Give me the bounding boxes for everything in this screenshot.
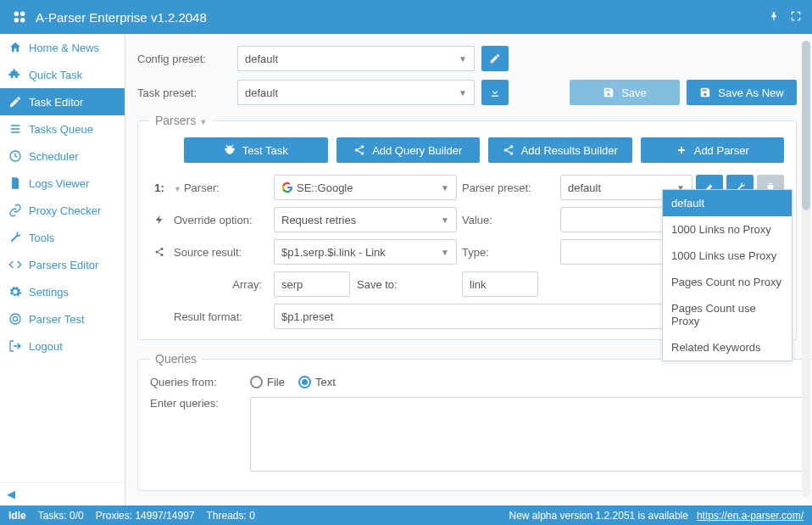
- sidebar-item-label: Logs Viewer: [29, 177, 89, 190]
- svg-point-5: [10, 314, 20, 324]
- gear-icon: [8, 285, 22, 299]
- source-result-select[interactable]: $p1.serp.$i.link - Link▼: [274, 239, 457, 265]
- svg-point-9: [361, 152, 364, 155]
- list-icon: [8, 122, 22, 136]
- caret-down-icon: ▼: [459, 54, 467, 64]
- sidebar-collapse[interactable]: ◀: [0, 482, 125, 505]
- status-url-link[interactable]: https://en.a-parser.com/: [697, 510, 804, 522]
- svg-point-11: [503, 148, 507, 152]
- content-scrollbar[interactable]: [802, 41, 810, 497]
- sidebar-item-scheduler[interactable]: Scheduler: [0, 142, 125, 170]
- lightning-icon: [150, 215, 169, 225]
- titlebar: A-Parser Enterprise v1.2.2048: [0, 0, 812, 34]
- sidebar-item-label: Logout: [29, 340, 63, 353]
- clock-icon: [8, 149, 22, 163]
- array-input[interactable]: serp: [274, 271, 350, 297]
- sidebar-item-settings[interactable]: Settings: [0, 278, 125, 305]
- dropdown-item[interactable]: Pages Count no Proxy: [663, 269, 792, 295]
- svg-point-3: [20, 18, 25, 22]
- status-alpha-message: New alpha version 1.2.2051 is available: [509, 510, 687, 522]
- status-idle: Idle: [8, 510, 26, 522]
- sidebar-item-label: Task Editor: [29, 96, 83, 109]
- queries-legend: Queries: [150, 352, 202, 366]
- content: Config preset: default▼ Task preset: def…: [125, 34, 812, 505]
- sidebar-item-label: Settings: [29, 286, 69, 299]
- test-task-button[interactable]: Test Task: [184, 137, 328, 163]
- share-icon: [150, 247, 169, 257]
- pin-icon[interactable]: [768, 10, 780, 25]
- sidebar-item-parsers-editor[interactable]: Parsers Editor: [0, 251, 125, 278]
- parsers-legend: Parsers▼: [150, 114, 212, 127]
- parser-select[interactable]: SE::Google ▼: [274, 175, 457, 200]
- queries-from-text-radio[interactable]: Text: [298, 376, 336, 388]
- sidebar-item-label: Parsers Editor: [29, 259, 98, 271]
- save-as-new-button[interactable]: Save As New: [687, 80, 797, 105]
- task-preset-label: Task preset:: [137, 87, 231, 99]
- sidebar-item-tools[interactable]: Tools: [0, 224, 125, 251]
- svg-point-8: [355, 148, 359, 152]
- parser-preset-label: Parser preset:: [462, 182, 555, 194]
- type-label: Type:: [462, 246, 555, 259]
- save-button[interactable]: Save: [570, 80, 680, 105]
- caret-down-icon: ▼: [199, 118, 207, 126]
- value-label: Value:: [462, 214, 555, 226]
- svg-point-14: [156, 251, 159, 254]
- caret-down-icon: ▼: [441, 215, 449, 225]
- caret-down-icon: ▼: [441, 183, 449, 193]
- status-threads: 0: [249, 510, 255, 522]
- result-format-label: Result format:: [174, 310, 269, 323]
- sidebar-item-parser-test[interactable]: Parser Test: [0, 305, 125, 332]
- download-preset-button[interactable]: [481, 80, 509, 105]
- svg-point-12: [509, 152, 513, 155]
- svg-point-1: [20, 12, 25, 16]
- add-query-builder-button[interactable]: Add Query Builder: [336, 137, 481, 163]
- sidebar-item-tasks-queue[interactable]: Tasks Queue: [0, 115, 125, 142]
- edit-config-preset-button[interactable]: [481, 46, 509, 71]
- svg-point-7: [361, 145, 364, 148]
- sidebar-item-proxy-checker[interactable]: Proxy Checker: [0, 197, 125, 224]
- add-parser-button[interactable]: Add Parser: [641, 137, 785, 163]
- sidebar-item-quick-task[interactable]: Quick Task: [0, 61, 125, 88]
- dropdown-item[interactable]: Related Keywords: [663, 334, 792, 360]
- code-icon: [8, 258, 22, 271]
- queries-textarea[interactable]: [250, 397, 809, 472]
- pencil-icon: [8, 95, 22, 109]
- caret-down-icon: ▼: [459, 88, 467, 98]
- svg-point-10: [509, 145, 513, 148]
- svg-point-6: [13, 316, 17, 321]
- sidebar-item-logs-viewer[interactable]: Logs Viewer: [0, 170, 125, 197]
- fullscreen-icon[interactable]: [790, 10, 802, 25]
- dropdown-item[interactable]: 1000 Links use Proxy: [663, 243, 792, 269]
- svg-point-13: [161, 248, 164, 250]
- dropdown-item[interactable]: 1000 Links no Proxy: [663, 216, 792, 243]
- config-preset-select[interactable]: default▼: [237, 46, 475, 71]
- parser-label: ▼Parser:: [174, 182, 269, 194]
- dropdown-item[interactable]: Pages Count use Proxy: [663, 295, 792, 334]
- caret-down-icon: ▼: [441, 248, 449, 257]
- queries-from-file-radio[interactable]: File: [250, 376, 285, 388]
- add-results-builder-button[interactable]: Add Results Builder: [488, 137, 632, 163]
- target-icon: [8, 312, 22, 326]
- source-result-label: Source result:: [174, 246, 269, 259]
- sidebar-item-task-editor[interactable]: Task Editor: [0, 88, 125, 115]
- override-option-select[interactable]: Request retries▼: [274, 207, 457, 232]
- sidebar-item-label: Scheduler: [29, 150, 79, 163]
- sidebar-item-home[interactable]: Home & News: [0, 34, 125, 61]
- svg-point-0: [14, 12, 19, 16]
- task-preset-select[interactable]: default▼: [237, 80, 475, 105]
- puzzle-icon: [8, 68, 22, 81]
- sidebar: Home & News Quick Task Task Editor Tasks…: [0, 34, 125, 505]
- dropdown-item[interactable]: default: [663, 190, 792, 216]
- google-icon: [281, 182, 293, 193]
- parser-index: 1:: [150, 182, 169, 194]
- sidebar-item-label: Proxy Checker: [29, 204, 101, 217]
- queries-fieldset: Queries Queries from: File Text Enter qu…: [137, 352, 812, 491]
- status-proxies: 14997/14997: [135, 510, 194, 522]
- caret-down-icon: ▼: [174, 185, 181, 193]
- sidebar-item-label: Tasks Queue: [29, 123, 93, 136]
- sidebar-item-logout[interactable]: Logout: [0, 332, 125, 360]
- saveto-input[interactable]: link: [462, 271, 538, 297]
- link-icon: [8, 204, 22, 217]
- sidebar-item-label: Home & News: [29, 42, 99, 54]
- parser-preset-dropdown: default 1000 Links no Proxy 1000 Links u…: [662, 189, 793, 361]
